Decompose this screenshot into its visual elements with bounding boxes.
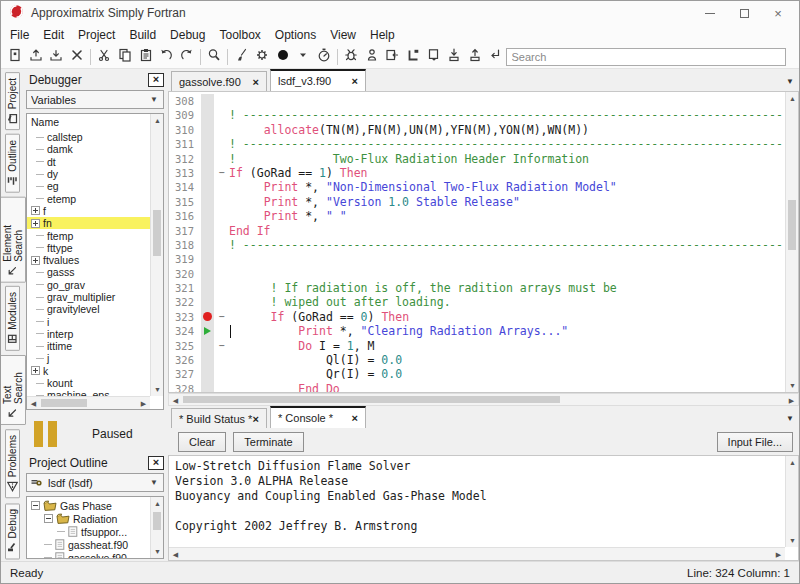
fold-collapse-icon[interactable]: − bbox=[218, 340, 224, 351]
debugger-view-select[interactable]: Variables ▼ bbox=[26, 90, 164, 109]
variable-row-fttype[interactable]: fttype bbox=[27, 242, 150, 254]
scroll-up-icon[interactable]: ▲ bbox=[151, 497, 164, 510]
terminate-button[interactable]: Terminate bbox=[233, 432, 303, 452]
collapse-icon[interactable] bbox=[44, 514, 53, 523]
code-line-327[interactable]: 327 Qr(I) = 0.0 bbox=[169, 367, 784, 381]
fold-column[interactable] bbox=[214, 382, 229, 392]
fold-column[interactable] bbox=[214, 281, 229, 295]
gutter-band[interactable] bbox=[201, 108, 214, 122]
sidebar-tab-problems[interactable]: Problems bbox=[5, 429, 20, 498]
gutter-band[interactable] bbox=[201, 166, 214, 180]
fold-collapse-icon[interactable]: − bbox=[218, 311, 224, 322]
menu-file[interactable]: File bbox=[3, 26, 36, 44]
cut-button[interactable] bbox=[94, 46, 115, 67]
expand-icon[interactable] bbox=[31, 366, 40, 375]
collapse-icon[interactable] bbox=[31, 501, 40, 510]
gutter-band[interactable] bbox=[201, 310, 214, 324]
variable-row-ftvalues[interactable]: ftvalues bbox=[27, 254, 150, 266]
tab-close-icon[interactable]: × bbox=[253, 413, 259, 425]
fold-column[interactable]: − bbox=[214, 166, 229, 180]
debug-attach-button[interactable] bbox=[362, 46, 383, 67]
variable-row-dy[interactable]: dy bbox=[27, 168, 150, 180]
menu-build[interactable]: Build bbox=[122, 26, 163, 44]
variable-row-gravitylevel[interactable]: gravitylevel bbox=[27, 303, 150, 315]
search-input[interactable] bbox=[506, 48, 786, 66]
code-line-312[interactable]: 312! Two-Flux Radiation Header Informati… bbox=[169, 152, 784, 166]
settings-button[interactable] bbox=[252, 46, 273, 67]
tab-list-caret-icon[interactable]: ▼ bbox=[786, 414, 794, 423]
debug-bug-button[interactable] bbox=[341, 46, 362, 67]
scroll-down-icon[interactable]: ▼ bbox=[786, 379, 799, 392]
gutter-band[interactable] bbox=[201, 281, 214, 295]
gutter-band[interactable] bbox=[201, 209, 214, 223]
undo-button[interactable] bbox=[156, 46, 177, 67]
gutter-band[interactable] bbox=[201, 137, 214, 151]
new-file-button[interactable] bbox=[5, 46, 26, 67]
sidebar-tab-text-search[interactable]: Text Search bbox=[0, 355, 26, 425]
close-file-button[interactable] bbox=[67, 46, 88, 67]
code-line-315[interactable]: 315 Print *, "Version 1.0 Stable Release… bbox=[169, 195, 784, 209]
fold-column[interactable]: − bbox=[214, 310, 229, 324]
fold-column[interactable]: − bbox=[214, 339, 229, 353]
sidebar-tab-element-search[interactable]: Element Search bbox=[0, 197, 26, 283]
project-select[interactable]: lsdf (lsdf) ▼ bbox=[26, 473, 164, 492]
maximize-button[interactable] bbox=[727, 2, 761, 24]
variable-row-j[interactable]: j bbox=[27, 352, 150, 364]
outline-node[interactable]: tfsuppor... bbox=[27, 525, 150, 538]
tab-close-icon[interactable]: × bbox=[352, 412, 358, 424]
scroll-left-icon[interactable]: ◀ bbox=[27, 397, 40, 410]
expand-icon[interactable] bbox=[31, 219, 40, 228]
variable-row-etemp[interactable]: etemp bbox=[27, 192, 150, 204]
variable-row-k[interactable]: k bbox=[27, 365, 150, 377]
code-line-309[interactable]: 309! -----------------------------------… bbox=[169, 108, 784, 122]
menu-toolbox[interactable]: Toolbox bbox=[212, 26, 267, 44]
fold-column[interactable] bbox=[214, 152, 229, 166]
debugger-close-button[interactable]: × bbox=[148, 73, 164, 87]
outline-node[interactable]: Gas Phase bbox=[27, 499, 150, 512]
gutter-band[interactable] bbox=[201, 252, 214, 266]
fold-column[interactable] bbox=[214, 224, 229, 238]
gutter-band[interactable] bbox=[201, 267, 214, 281]
menu-help[interactable]: Help bbox=[363, 26, 402, 44]
clear-button[interactable]: Clear bbox=[178, 432, 226, 452]
timer-button[interactable] bbox=[314, 46, 335, 67]
gutter-band[interactable] bbox=[201, 123, 214, 137]
fold-column[interactable] bbox=[214, 324, 229, 338]
menu-debug[interactable]: Debug bbox=[163, 26, 212, 44]
scroll-up-icon[interactable]: ▲ bbox=[786, 92, 799, 105]
code-line-328[interactable]: 328 End Do bbox=[169, 382, 784, 392]
fold-collapse-icon[interactable]: − bbox=[218, 167, 224, 178]
code-line-318[interactable]: 318! -----------------------------------… bbox=[169, 238, 784, 252]
menu-options[interactable]: Options bbox=[268, 26, 323, 44]
fold-column[interactable] bbox=[214, 209, 229, 223]
code-line-320[interactable]: 320 bbox=[169, 267, 784, 281]
code-line-316[interactable]: 316 Print *, " " bbox=[169, 209, 784, 223]
tab-close-icon[interactable]: × bbox=[352, 75, 358, 87]
gutter-band[interactable] bbox=[201, 180, 214, 194]
variable-row-callstep[interactable]: callstep bbox=[27, 131, 150, 143]
gutter-band[interactable] bbox=[201, 152, 214, 166]
gutter-band[interactable] bbox=[201, 353, 214, 367]
step-page-button[interactable] bbox=[423, 46, 444, 67]
fold-column[interactable] bbox=[214, 123, 229, 137]
editor-horizontal-scrollbar[interactable]: ◀ ▶ bbox=[168, 393, 799, 406]
gutter-band[interactable] bbox=[201, 367, 214, 381]
copy-button[interactable] bbox=[115, 46, 136, 67]
menu-edit[interactable]: Edit bbox=[36, 26, 71, 44]
gutter-band[interactable] bbox=[201, 339, 214, 353]
console-output[interactable]: Low-Stretch Diffusion Flame SolverVersio… bbox=[168, 455, 799, 561]
editor-tab-gassolve-f90[interactable]: gassolve.f90× bbox=[171, 71, 267, 91]
scroll-down-icon[interactable]: ▼ bbox=[151, 383, 164, 396]
variable-row-gasss[interactable]: gasss bbox=[27, 266, 150, 278]
code-line-326[interactable]: 326 Ql(I) = 0.0 bbox=[169, 353, 784, 367]
code-line-324[interactable]: 324 Print *, "Clearing Radiation Arrays.… bbox=[169, 324, 784, 338]
variables-horizontal-scrollbar[interactable]: ◀ ▶ bbox=[27, 396, 150, 409]
code-line-311[interactable]: 311! -----------------------------------… bbox=[169, 137, 784, 151]
step-return-button[interactable] bbox=[485, 46, 506, 67]
run-caret-button[interactable] bbox=[293, 46, 314, 67]
outline-node[interactable]: gassolve.f90 bbox=[27, 551, 150, 558]
tab-list-caret-icon[interactable]: ▼ bbox=[786, 77, 794, 86]
fold-column[interactable] bbox=[214, 94, 229, 108]
sidebar-tab-outline[interactable]: Outline bbox=[5, 134, 20, 193]
variable-row-machine_eps[interactable]: machine_eps bbox=[27, 389, 150, 396]
